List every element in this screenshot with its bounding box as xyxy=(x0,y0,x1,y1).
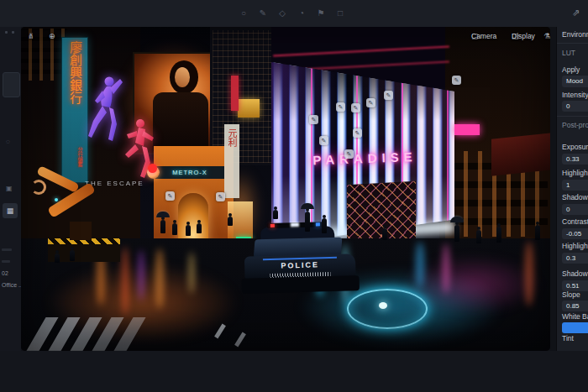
scene-car-bumper xyxy=(242,275,360,294)
pedestrian xyxy=(382,228,387,240)
scene-gold-sign xyxy=(238,99,260,118)
scene-lightbar-blue xyxy=(316,222,320,226)
scene-streak xyxy=(122,247,129,316)
tint-label: Tint xyxy=(562,334,574,342)
layer-item-office[interactable]: Office ... xyxy=(2,282,21,288)
pedestrian xyxy=(70,250,75,261)
light-gizmo-icon[interactable]: ✎ xyxy=(366,98,375,107)
light-gizmo-icon[interactable]: ✎ xyxy=(336,102,345,112)
light-gizmo-icon[interactable]: ✎ xyxy=(351,103,360,112)
scene-yuanli-sign-text: 元利 xyxy=(224,128,239,147)
scene-pink-sign xyxy=(454,124,480,135)
toolbar-tool-group: ○ ✎ ◇ ◔ ⚑ □ xyxy=(238,8,346,19)
pedestrian xyxy=(228,217,233,226)
pen-tool-icon[interactable]: ✎ xyxy=(257,8,269,19)
light-gizmo-icon[interactable]: ✎ xyxy=(309,115,318,124)
scene-billboard-face xyxy=(175,67,190,87)
pedestrian xyxy=(197,223,202,233)
contrast-input[interactable]: -0.05 xyxy=(562,228,588,239)
pedestrian-umbrella xyxy=(160,220,165,233)
scene-escape-sign: THE ESCAPE xyxy=(85,180,144,187)
layer-item-truncated[interactable] xyxy=(2,248,12,251)
divider xyxy=(557,116,588,117)
scene-awning xyxy=(491,133,550,176)
light-gizmo-icon[interactable]: ✎ xyxy=(353,128,362,138)
lut-section-title: LUT xyxy=(562,49,575,57)
light-gizmo-icon[interactable]: ✎ xyxy=(216,192,225,201)
layer-item-truncated[interactable] xyxy=(2,260,10,263)
shape-tool-icon[interactable]: □ xyxy=(334,8,346,19)
grid-snap-icon[interactable]: ▦ xyxy=(3,203,18,218)
contrast-label: Contrast xyxy=(562,217,588,226)
scene-crosswalk xyxy=(36,317,171,351)
divider xyxy=(557,43,588,44)
post-processing-title: Post-processing xyxy=(562,121,588,129)
highlights-input[interactable]: 1 xyxy=(562,180,588,191)
scene-robot-base xyxy=(70,222,92,240)
slope-label: Slope xyxy=(562,290,580,299)
vector-tool-icon[interactable]: ◇ xyxy=(276,8,288,19)
pedestrian-umbrella xyxy=(305,212,310,232)
intensity-input[interactable]: 0 xyxy=(562,101,588,112)
scene-streak xyxy=(525,241,533,306)
scene-yuanli-sign: 元利 xyxy=(224,124,239,198)
shadows2-label: Shadows xyxy=(562,269,588,278)
highlights2-input[interactable]: 0.3 xyxy=(562,253,588,264)
right-panel-clipped: Environment LUT Apply Mood Intensity 0 P… xyxy=(556,27,588,351)
scene-lightbar-glint xyxy=(291,222,299,227)
top-toolbar: ○ ✎ ◇ ◔ ⚑ □ ⇗ xyxy=(0,0,588,27)
scene-bank-sign-text: 廖創興銀行 xyxy=(62,41,87,104)
lut-select[interactable]: Mood xyxy=(562,76,588,87)
bottom-bar: a FOV (Horizontal) 59.7° ↔ Focal Length … xyxy=(0,351,588,392)
scene-streak xyxy=(155,248,164,309)
scene-billboard-jacket xyxy=(153,92,208,151)
white-balance-label: White Balance xyxy=(562,312,588,321)
light-gizmo-icon[interactable]: ✎ xyxy=(165,191,175,201)
pedestrian xyxy=(186,225,191,236)
pedestrian xyxy=(55,253,60,263)
flag-tool-icon[interactable]: ⚑ xyxy=(315,8,327,19)
scene-police-car: POLICE xyxy=(240,223,360,297)
sidebar-dot xyxy=(5,31,8,34)
scene-police-text: POLICE xyxy=(261,260,339,270)
light-gizmo-icon[interactable]: ✎ xyxy=(344,149,354,159)
layer-item-02[interactable]: 02 xyxy=(2,270,8,276)
light-gizmo-icon[interactable]: ✎ xyxy=(452,76,461,85)
scene-fountain-light xyxy=(379,302,387,309)
lasso-tool-icon[interactable]: ◔ xyxy=(296,8,307,19)
scene-thumbnail[interactable] xyxy=(3,72,20,97)
pedestrian xyxy=(476,230,481,243)
light-gizmo-icon[interactable]: ✎ xyxy=(319,136,328,145)
intensity-label: Intensity xyxy=(562,91,588,99)
scene-streak xyxy=(139,250,144,301)
shadows-label: Shadows xyxy=(562,193,588,201)
viewport-canvas[interactable]: 廖創興銀行 分行儲蓄 xyxy=(21,27,550,351)
light-gizmo-icon[interactable]: ✎ xyxy=(384,91,393,100)
shadows-input[interactable]: 0 xyxy=(562,204,588,215)
camera-small-icon[interactable]: ▣ xyxy=(6,185,13,192)
scene-streak xyxy=(416,242,424,288)
chevron-down-icon: ˅ xyxy=(29,32,33,38)
sidebar-gear-icon[interactable]: ◌ xyxy=(6,138,10,145)
highlights2-label: Highlights xyxy=(562,242,588,250)
left-sidebar-clipped: ◌ ▣ ▦ 02 Office ... xyxy=(0,27,21,351)
pedestrian xyxy=(172,223,177,235)
scene-lightbar-red xyxy=(270,224,275,227)
white-balance-swatch[interactable] xyxy=(562,322,588,333)
pedestrian xyxy=(322,218,327,233)
scene-red-lantern xyxy=(148,164,157,173)
display-button-label: Display xyxy=(512,32,535,40)
exposure-input[interactable]: 0.33 xyxy=(562,154,588,165)
scene-streak xyxy=(189,252,194,294)
scene-bank-sign-subtext: 分行儲蓄 xyxy=(66,147,84,167)
pedestrian xyxy=(273,210,278,219)
export-icon[interactable]: ⇗ xyxy=(572,8,580,18)
scene-red-strip-sign xyxy=(231,76,239,111)
light-tool-icon[interactable]: ○ xyxy=(238,8,249,19)
slope-input[interactable]: 0.85 xyxy=(562,301,588,311)
scene-robot-claw xyxy=(31,180,46,195)
highlights-label: Highlights xyxy=(562,169,588,177)
pedestrian xyxy=(535,225,540,240)
scene-fountain-ring xyxy=(347,289,428,329)
globe-icon: ⊕ xyxy=(49,32,55,40)
